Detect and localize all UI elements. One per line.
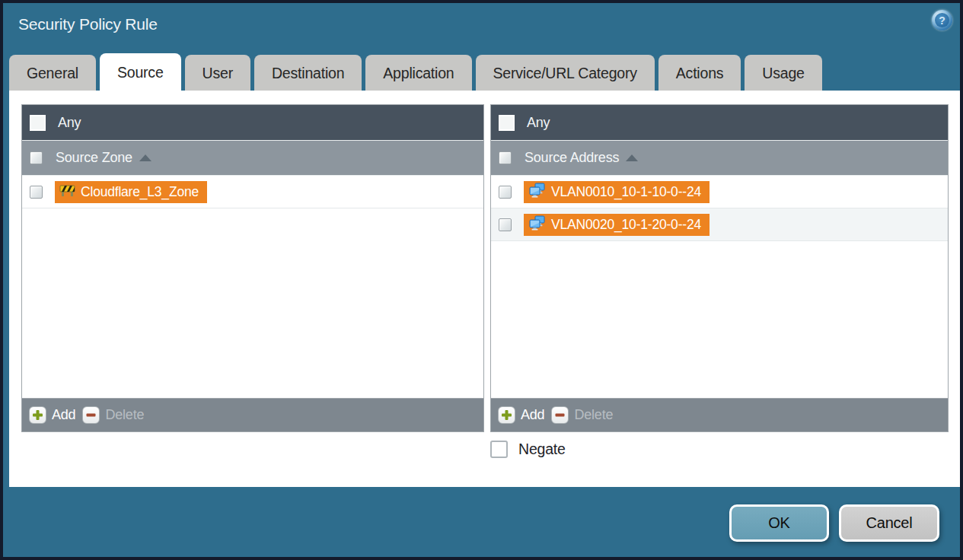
table-row[interactable]: VLAN0020_10-1-20-0--24: [491, 208, 948, 241]
delete-label: Delete: [574, 407, 613, 423]
source-address-any-checkbox[interactable]: [499, 115, 515, 131]
address-icon: [528, 215, 546, 234]
source-zone-column-header[interactable]: Source Zone: [22, 141, 483, 176]
row-checkbox[interactable]: [499, 218, 512, 231]
add-icon: [498, 406, 515, 424]
delete-button[interactable]: Delete: [82, 406, 144, 424]
source-address-list: VLAN0010_10-1-10-0--24: [491, 176, 948, 398]
add-button[interactable]: Add: [29, 406, 75, 424]
source-zone-list: Cloudflare_L3_Zone: [22, 176, 483, 398]
source-address-select-all-checkbox[interactable]: [499, 151, 512, 164]
tab-usage[interactable]: Usage: [745, 55, 821, 91]
table-row[interactable]: VLAN0010_10-1-10-0--24: [491, 176, 948, 208]
dialog-titlebar: Security Policy Rule ?: [3, 3, 960, 50]
ok-button[interactable]: OK: [729, 504, 829, 542]
tab-actions[interactable]: Actions: [658, 55, 741, 91]
source-zone-select-all-checkbox[interactable]: [30, 151, 43, 164]
source-address-footer: Add Delete: [491, 398, 948, 431]
tab-user[interactable]: User: [185, 55, 250, 91]
help-icon[interactable]: ?: [932, 10, 952, 30]
source-tab-content: Any Source Zone: [9, 91, 960, 487]
tab-application[interactable]: Application: [365, 55, 471, 91]
add-button[interactable]: Add: [498, 406, 544, 424]
source-zone-footer: Add Delete: [22, 398, 483, 431]
security-policy-rule-dialog: Security Policy Rule ? General Source Us…: [0, 0, 963, 560]
source-address-column-label: Source Address: [525, 150, 619, 166]
dialog-title: Security Policy Rule: [18, 15, 158, 33]
sort-ascending-icon[interactable]: [139, 154, 151, 161]
negate-label: Negate: [518, 441, 566, 458]
row-checkbox[interactable]: [30, 186, 43, 199]
source-address-column-header[interactable]: Source Address: [491, 141, 948, 176]
sort-ascending-icon[interactable]: [626, 154, 638, 161]
tab-service-url-category[interactable]: Service/URL Category: [476, 55, 655, 91]
tab-destination[interactable]: Destination: [254, 55, 362, 91]
negate-option: Negate: [490, 441, 566, 458]
delete-button[interactable]: Delete: [551, 406, 613, 424]
tab-bar: General Source User Destination Applicat…: [9, 53, 954, 91]
source-zone-any-checkbox[interactable]: [30, 115, 46, 131]
source-zone-panel: Any Source Zone: [21, 104, 484, 432]
add-icon: [29, 406, 46, 424]
table-row[interactable]: Cloudflare_L3_Zone: [22, 176, 483, 208]
add-label: Add: [521, 407, 544, 423]
tab-source[interactable]: Source: [100, 53, 181, 91]
address-name: VLAN0020_10-1-20-0--24: [551, 217, 701, 233]
delete-icon: [551, 406, 569, 424]
source-address-panel: Any Source Address: [490, 104, 949, 432]
source-zone-any-label: Any: [58, 115, 81, 131]
delete-icon: [82, 406, 100, 424]
source-address-any-header: Any: [491, 105, 948, 141]
address-icon: [528, 183, 546, 202]
zone-chip[interactable]: Cloudflare_L3_Zone: [55, 181, 207, 203]
add-label: Add: [52, 407, 75, 423]
source-zone-any-header: Any: [22, 105, 483, 141]
row-checkbox[interactable]: [499, 186, 512, 199]
source-zone-column-label: Source Zone: [56, 150, 132, 166]
tab-general[interactable]: General: [9, 55, 96, 91]
negate-checkbox[interactable]: [490, 441, 508, 458]
address-name: VLAN0010_10-1-10-0--24: [551, 184, 701, 200]
cancel-button[interactable]: Cancel: [839, 504, 939, 542]
delete-label: Delete: [105, 407, 144, 423]
source-address-any-label: Any: [527, 115, 550, 131]
zone-icon: [59, 183, 75, 201]
address-chip[interactable]: VLAN0020_10-1-20-0--24: [524, 214, 709, 236]
zone-name: Cloudflare_L3_Zone: [81, 184, 199, 200]
address-chip[interactable]: VLAN0010_10-1-10-0--24: [524, 181, 709, 203]
